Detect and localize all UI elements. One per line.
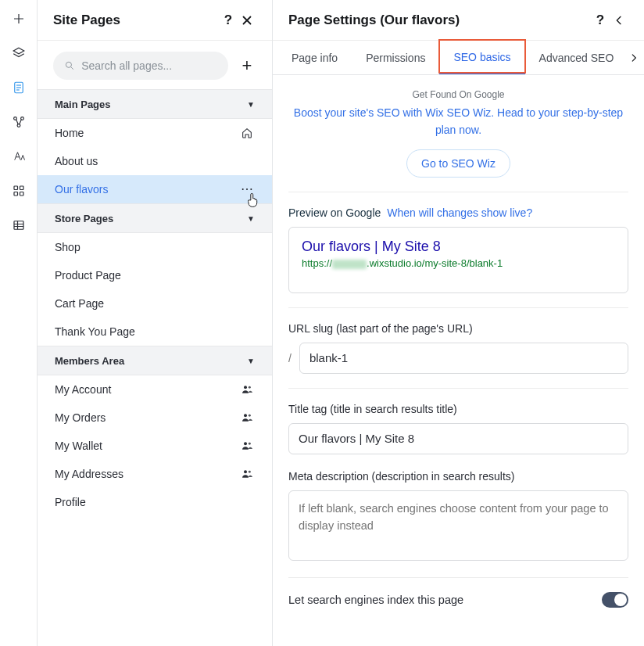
page-item-my-wallet[interactable]: My Wallet [38, 432, 272, 460]
apps-icon[interactable] [9, 181, 28, 200]
page-item-label: Shop [55, 241, 255, 253]
page-item-my-addresses[interactable]: My Addresses [38, 460, 272, 488]
meta-description-label: Meta description (description in search … [288, 470, 628, 483]
site-pages-panel: Site Pages ? + Main Pages ▼ Home About u… [38, 0, 273, 646]
data-icon[interactable] [9, 216, 28, 235]
page-item-label: Cart Page [55, 297, 255, 310]
chevron-down-icon: ▼ [247, 100, 255, 109]
section-store-pages[interactable]: Store Pages ▼ [38, 203, 272, 233]
page-item-label: Product Page [55, 269, 255, 282]
svg-point-14 [249, 386, 251, 389]
page-item-label: My Addresses [55, 468, 239, 480]
url-slug-field: / [288, 343, 628, 374]
pages-panel-title: Site Pages [53, 13, 219, 28]
page-item-label: Home [55, 127, 239, 139]
page-item-label: Our flavors [55, 183, 239, 196]
search-input[interactable] [81, 59, 217, 72]
page-item-label: Thank You Page [55, 325, 255, 338]
page-item-my-account[interactable]: My Account [38, 375, 272, 404]
title-tag-input[interactable] [288, 423, 628, 454]
google-preview-title: Our flavors | My Site 8 [302, 239, 615, 256]
members-icon [239, 438, 255, 454]
svg-rect-11 [14, 221, 23, 230]
settings-header: Page Settings (Our flavors) ? [273, 0, 644, 41]
settings-tabs: Page info Permissions SEO basics Advance… [273, 41, 644, 75]
connections-icon[interactable] [9, 113, 28, 131]
page-item-shop[interactable]: Shop [38, 233, 272, 261]
page-icon[interactable] [9, 78, 28, 97]
page-item-product-page[interactable]: Product Page [38, 261, 272, 289]
add-icon[interactable] [9, 9, 28, 28]
svg-point-15 [244, 414, 247, 417]
svg-point-18 [249, 443, 251, 445]
svg-rect-9 [14, 192, 18, 196]
svg-rect-8 [20, 186, 23, 190]
chevron-down-icon: ▼ [247, 357, 255, 365]
svg-point-20 [249, 471, 251, 473]
more-icon[interactable]: ⋯ [239, 181, 255, 197]
page-item-label: About us [55, 155, 255, 167]
page-item-about[interactable]: About us [38, 147, 272, 175]
section-main-pages[interactable]: Main Pages ▼ [38, 89, 272, 119]
tab-page-info[interactable]: Page info [277, 41, 352, 74]
index-toggle[interactable] [602, 592, 628, 608]
close-icon[interactable] [238, 11, 256, 30]
members-icon [239, 466, 255, 482]
tab-permissions[interactable]: Permissions [352, 41, 439, 74]
svg-point-19 [244, 470, 247, 473]
page-item-cart-page[interactable]: Cart Page [38, 289, 272, 318]
seo-promo-text: Boost your site's SEO with Wix SEO Wiz. … [288, 105, 628, 138]
tab-advanced-seo[interactable]: Advanced SEO [525, 41, 628, 74]
seo-promo-kicker: Get Found On Google [288, 89, 628, 100]
page-item-label: My Wallet [55, 440, 239, 452]
search-icon [64, 59, 75, 72]
svg-point-13 [244, 386, 247, 389]
gp-url-suffix: .wixstudio.io/my-site-8/blank-1 [367, 257, 503, 269]
layers-icon[interactable] [9, 44, 28, 63]
settings-title: Page Settings (Our flavors) [288, 13, 591, 28]
page-item-label: Profile [55, 496, 255, 508]
preview-label: Preview on Google [288, 206, 381, 219]
meta-description-input[interactable] [288, 490, 628, 561]
go-to-seo-wiz-button[interactable]: Go to SEO Wiz [406, 149, 510, 178]
gp-url-prefix: https:// [302, 257, 332, 269]
url-slug-input[interactable] [299, 343, 628, 374]
page-item-my-orders[interactable]: My Orders [38, 404, 272, 432]
google-preview-card: Our flavors | My Site 8 https://.wixstud… [288, 227, 628, 293]
svg-point-16 [249, 415, 251, 417]
page-item-thank-you-page[interactable]: Thank You Page [38, 318, 272, 346]
chevron-down-icon: ▼ [247, 214, 255, 223]
tabs-scroll-right-icon[interactable] [628, 52, 639, 63]
page-item-our-flavors[interactable]: Our flavors ⋯ [38, 175, 272, 203]
title-tag-label: Title tag (title in search results title… [288, 403, 628, 415]
gp-url-blur [332, 260, 367, 269]
page-item-profile[interactable]: Profile [38, 488, 272, 516]
section-label: Store Pages [55, 213, 113, 224]
index-toggle-label: Let search engines index this page [288, 594, 602, 606]
tab-seo-basics[interactable]: SEO basics [439, 41, 524, 74]
preview-live-link[interactable]: When will changes show live? [387, 206, 532, 219]
members-icon [239, 410, 255, 425]
section-members-area[interactable]: Members Area ▼ [38, 346, 272, 375]
svg-point-17 [244, 442, 247, 445]
add-page-button[interactable]: + [238, 56, 256, 75]
help-icon[interactable]: ? [219, 11, 238, 30]
section-label: Members Area [55, 355, 124, 367]
url-slug-label: URL slug (last part of the page's URL) [288, 322, 628, 335]
page-item-label: My Orders [55, 411, 239, 424]
pages-search-row: + [38, 41, 272, 89]
page-item-home[interactable]: Home [38, 119, 272, 147]
search-input-wrapper[interactable] [53, 52, 228, 80]
left-icon-rail [0, 0, 38, 646]
home-icon [239, 125, 255, 141]
google-preview-url: https://.wixstudio.io/my-site-8/blank-1 [302, 257, 615, 269]
help-icon[interactable]: ? [591, 11, 610, 30]
page-settings-panel: Page Settings (Our flavors) ? Page info … [273, 0, 644, 646]
members-icon [239, 382, 255, 397]
text-style-icon[interactable] [9, 147, 28, 166]
settings-body: Get Found On Google Boost your site's SE… [273, 75, 644, 646]
svg-point-12 [66, 62, 71, 67]
index-toggle-row: Let search engines index this page [288, 592, 628, 608]
back-icon[interactable] [610, 11, 628, 30]
google-preview-section: Preview on Google When will changes show… [288, 206, 628, 293]
